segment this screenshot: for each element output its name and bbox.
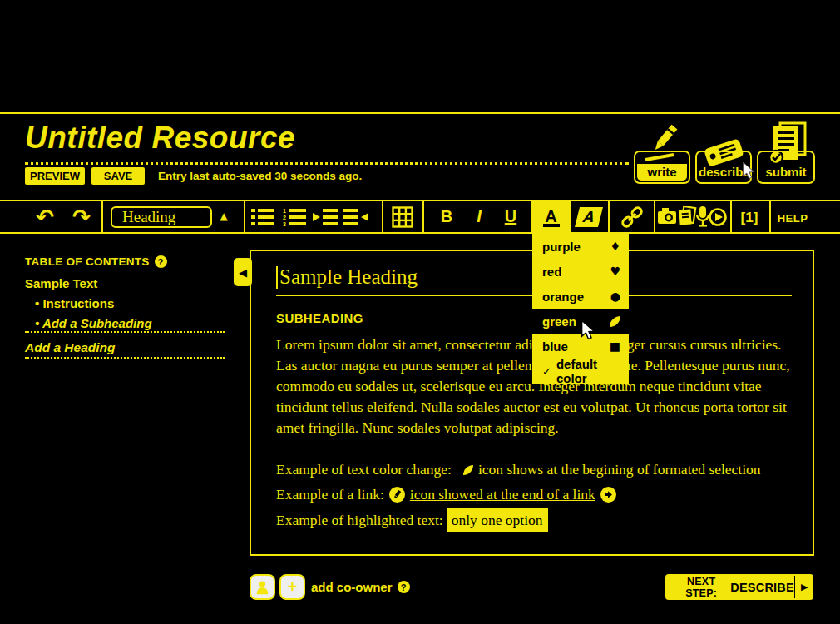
preview-button[interactable]: PREVIEW	[25, 167, 85, 185]
tab-write-label: write	[637, 164, 687, 181]
page-title[interactable]: Untitled Resource	[25, 121, 629, 155]
color-option-blue[interactable]: blue ■	[532, 334, 629, 359]
next-step-button[interactable]: NEXT STEP: DESCRIBE ▶	[665, 574, 813, 600]
toc-help-icon[interactable]: ?	[155, 255, 167, 268]
save-button[interactable]: SAVE	[91, 167, 145, 185]
color-option-default[interactable]: ✓ default color	[532, 359, 629, 384]
resource-title-wrap: Untitled Resource	[25, 121, 629, 165]
paragraph-style-select[interactable]: Heading	[111, 206, 212, 228]
co-owner-help-icon[interactable]: ?	[398, 581, 410, 593]
toolbar-divider	[730, 201, 732, 232]
examples-block: Example of text color change: icon shows…	[276, 458, 793, 532]
document-heading: Sample Heading	[279, 265, 418, 290]
highlight-color-button[interactable]: A	[572, 206, 605, 229]
redo-button[interactable]: ↷	[67, 202, 96, 231]
add-co-owner-row[interactable]: add co-owner ?	[311, 580, 410, 594]
toc-title: TABLE OF CONTENTS	[25, 255, 150, 268]
add-co-owner-label: add co-owner	[311, 580, 393, 594]
bold-button[interactable]: B	[433, 205, 460, 229]
circle-icon: ●	[610, 290, 620, 302]
toc-item-add-heading[interactable]: Add a Heading	[25, 340, 116, 355]
toolbar-divider	[608, 201, 610, 232]
collapse-sidebar-button[interactable]: ◀	[234, 258, 252, 286]
numbered-list-icon: 1 2 3	[283, 208, 306, 226]
editor-toolbar: ↶ ↷ Heading ▲ 1 2 3	[0, 200, 840, 234]
example-link[interactable]: icon showed at the end of a link	[410, 483, 595, 506]
tab-describe[interactable]: describe	[695, 121, 752, 185]
chevron-up-icon[interactable]: ▲	[215, 209, 232, 224]
italic-button[interactable]: I	[466, 205, 492, 229]
help-button[interactable]: HELP	[774, 210, 811, 225]
svg-text:1: 1	[283, 208, 286, 214]
tab-submit[interactable]: submit	[757, 121, 815, 185]
svg-text:3: 3	[283, 221, 286, 226]
tab-submit-label: submit	[760, 164, 812, 181]
highlight-swatch: A	[575, 207, 603, 227]
color-option-purple[interactable]: purple ♦	[532, 234, 629, 259]
toc-item-instructions[interactable]: Instructions	[35, 296, 114, 310]
toolbar-divider	[654, 201, 655, 232]
table-icon	[392, 206, 413, 228]
next-step-action: DESCRIBE	[730, 581, 794, 594]
color-option-green[interactable]: green	[532, 309, 629, 334]
example-highlight-label: Example of highlighted text:	[276, 509, 443, 532]
toolbar-divider	[769, 201, 771, 232]
diamond-icon: ♦	[610, 240, 620, 252]
indent-button[interactable]	[311, 206, 339, 229]
owner-avatar-button[interactable]	[250, 574, 275, 600]
text-color-menu: purple ♦ red ♥ orange ● green blue ■ ✓ d…	[532, 234, 629, 384]
toc-item-add-subheading[interactable]: Add a Subheading	[35, 316, 152, 330]
microphone-icon	[697, 206, 709, 227]
insert-table-button[interactable]	[388, 206, 417, 229]
autosave-status: Entry last auto-saved 30 seconds ago.	[158, 170, 362, 182]
next-step-label: NEXT STEP:	[677, 576, 725, 599]
app-window: Untitled Resource PREVIEW SAVE Entry las…	[0, 0, 840, 624]
toc-divider	[25, 331, 225, 333]
example-color-label: Example of text color change:	[276, 458, 452, 481]
color-option-label: default color	[556, 357, 620, 385]
tab-describe-box: describe	[695, 151, 752, 184]
example-highlight-line: Example of highlighted text: only one op…	[276, 508, 793, 532]
person-icon	[254, 579, 270, 595]
heart-icon: ♥	[610, 265, 620, 277]
toolbar-divider	[422, 201, 424, 232]
example-link-label: Example of a link:	[276, 483, 384, 506]
text-cursor	[276, 266, 278, 289]
pages-icon	[679, 206, 695, 225]
color-option-orange[interactable]: orange ●	[532, 284, 629, 309]
toolbar-divider	[101, 201, 103, 232]
bullet-list-icon	[251, 208, 274, 226]
leaf-icon	[463, 465, 473, 475]
svg-text:2: 2	[283, 215, 286, 220]
example-color-text: icon shows at the begining of formated s…	[478, 458, 761, 481]
top-band	[0, 0, 840, 114]
color-option-label: red	[542, 265, 561, 279]
footnote-button[interactable]: [1]	[734, 207, 764, 229]
color-option-label: purple	[542, 240, 581, 254]
header-actions: PREVIEW SAVE Entry last auto-saved 30 se…	[25, 167, 362, 185]
insert-media-button[interactable]	[657, 206, 729, 229]
bullet-list-button[interactable]	[249, 206, 277, 229]
indent-icon	[313, 208, 338, 226]
play-arrow-icon: ▶	[795, 582, 813, 592]
highlight-label: A	[582, 208, 596, 226]
add-owner-button[interactable]: +	[279, 574, 305, 600]
camera-icon	[658, 208, 676, 224]
toc-title-row: TABLE OF CONTENTS ?	[25, 255, 167, 268]
undo-button[interactable]: ↶	[30, 202, 60, 231]
insert-link-button[interactable]	[614, 206, 650, 229]
link-icon	[620, 205, 645, 230]
tab-write[interactable]: write	[634, 121, 690, 185]
numbered-list-button[interactable]: 1 2 3	[280, 206, 309, 229]
check-icon: ✓	[542, 365, 551, 378]
leaf-icon	[610, 316, 620, 327]
color-option-red[interactable]: red ♥	[532, 259, 629, 284]
toc-item-sample-text[interactable]: Sample Text	[25, 276, 97, 290]
arrow-circle-icon	[600, 487, 616, 503]
highlighted-text: only one option	[447, 508, 548, 532]
outdent-icon	[343, 208, 368, 226]
underline-button[interactable]: U	[497, 205, 524, 229]
text-color-button[interactable]: A	[531, 201, 571, 232]
toc-divider	[25, 357, 225, 359]
outdent-button[interactable]	[342, 206, 370, 229]
